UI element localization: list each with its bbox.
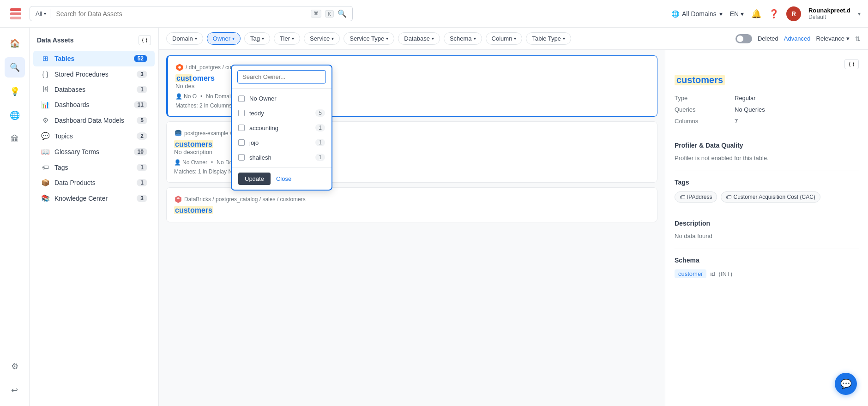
search-bar[interactable]: All ▾ ⌘ K 🔍	[30, 6, 353, 21]
sidebar-item-tables[interactable]: ⊞ Tables 52	[33, 51, 155, 66]
result-card-3[interactable]: DataBricks / postgres_catalog / sales / …	[166, 187, 657, 222]
owner-checkbox-shailesh[interactable]	[238, 154, 245, 161]
sidebar-icon-settings[interactable]: ⚙	[5, 356, 25, 376]
relevance-btn[interactable]: Relevance ▾	[816, 35, 850, 42]
owner-checkbox-no-owner[interactable]	[238, 96, 245, 102]
filter-bar: Domain ▾ Owner ▾ Tag ▾ Tier ▾ Service ▾ …	[159, 28, 868, 50]
deleted-toggle[interactable]	[735, 34, 752, 43]
owner-item-teddy[interactable]: teddy 5	[232, 106, 332, 120]
filter-right: Deleted Advanced Relevance ▾ ⇅	[735, 34, 861, 43]
topics-icon: 💬	[41, 132, 50, 140]
postgres-icon	[174, 129, 182, 137]
sidebar-item-data-products[interactable]: 📦 Data Products 1	[33, 175, 155, 191]
filter-tag-btn[interactable]: Tag ▾	[244, 32, 270, 45]
sidebar-toggle-btn[interactable]: ⟨ ⟩	[139, 35, 151, 45]
main-layout: 🏠 🔍 💡 🌐 🏛 ⚙ ↩ Data Assets ⟨ ⟩ ⊞ Tables 5…	[0, 28, 868, 406]
sort-icon[interactable]: ⇅	[855, 35, 861, 42]
column-chevron-icon: ▾	[514, 36, 516, 41]
panel-details-section: Type Regular Queries No Queries Columns …	[675, 95, 859, 125]
sidebar-item-topics[interactable]: 💬 Topics 2	[33, 128, 155, 144]
panel-queries-row: Queries No Queries	[675, 106, 859, 113]
panel-description-section: Description No data found	[675, 220, 859, 239]
nav-sidebar: Data Assets ⟨ ⟩ ⊞ Tables 52 { } Stored P…	[30, 28, 159, 406]
filter-database-btn[interactable]: Database ▾	[398, 32, 440, 45]
filter-service-type-btn[interactable]: Service Type ▾	[344, 32, 394, 45]
panel-divider-1	[675, 134, 859, 134]
owner-checkbox-jojo[interactable]	[238, 139, 245, 146]
sidebar-item-databases[interactable]: 🗄 Databases 1	[33, 82, 155, 97]
avatar[interactable]: R	[786, 6, 801, 21]
panel-columns-row: Columns 7	[675, 118, 859, 125]
panel-divider-2	[675, 171, 859, 171]
sidebar-icon-home[interactable]: 🏠	[5, 33, 25, 54]
schema-row: customer id (INT)	[675, 269, 859, 278]
sidebar-icon-explore[interactable]: 🔍	[5, 57, 25, 78]
table-type-chevron-icon: ▾	[563, 36, 565, 41]
filter-owner-btn[interactable]: Owner ▾	[207, 32, 241, 45]
owner-update-btn[interactable]: Update	[238, 173, 271, 185]
filter-table-type-btn[interactable]: Table Type ▾	[526, 32, 571, 45]
dashboard-data-models-icon: ⚙	[41, 116, 50, 125]
owner-item-accounting[interactable]: accounting 1	[232, 120, 332, 135]
domain-selector[interactable]: 🌐 All Domains ▾	[671, 10, 723, 18]
help-icon[interactable]: ❓	[769, 9, 779, 19]
svg-rect-2	[10, 17, 21, 19]
sidebar-item-glossary-terms[interactable]: 📖 Glossary Terms 10	[33, 144, 155, 160]
owner-dropdown: No Owner teddy 5 accounting	[231, 65, 332, 191]
sidebar-icon-insights[interactable]: 💡	[5, 81, 25, 102]
panel-divider-4	[675, 249, 859, 249]
database-chevron-icon: ▾	[432, 36, 434, 41]
sidebar-icon-logout[interactable]: ↩	[5, 380, 25, 400]
filter-column-btn[interactable]: Column ▾	[486, 32, 523, 45]
panel-schema-section: Schema customer id (INT)	[675, 257, 859, 278]
sidebar-icon-lineage[interactable]: 🏛	[5, 129, 25, 149]
tier-chevron-icon: ▾	[292, 36, 294, 41]
dashboards-icon: 📊	[41, 101, 50, 109]
sidebar-item-tags[interactable]: 🏷 Tags 1	[33, 160, 155, 175]
tag-chevron-icon: ▾	[262, 36, 264, 41]
search-kbd2: K	[325, 10, 334, 18]
chat-fab[interactable]: 💬	[835, 373, 857, 395]
glossary-icon: 📖	[41, 148, 50, 156]
tags-icon: 🏷	[41, 163, 50, 171]
user-chevron-icon[interactable]: ▾	[858, 11, 861, 17]
tag-icon-1: 🏷	[680, 194, 685, 200]
tag-chip-ipaddress[interactable]: 🏷 IPAddress	[675, 191, 717, 203]
search-input[interactable]	[56, 10, 307, 18]
top-nav: All ▾ ⌘ K 🔍 🌐 All Domains ▾ EN ▾ 🔔 ❓ R R…	[0, 0, 868, 28]
filter-tier-btn[interactable]: Tier ▾	[274, 32, 300, 45]
card3-breadcrumb: DataBricks / postgres_catalog / sales / …	[174, 195, 650, 203]
sidebar-item-dashboard-data-models[interactable]: ⚙ Dashboard Data Models 5	[33, 113, 155, 128]
svg-point-7	[175, 134, 181, 137]
owner-actions: Update Close	[232, 167, 332, 190]
filter-service-btn[interactable]: Service ▾	[304, 32, 340, 45]
owner-close-btn[interactable]: Close	[276, 175, 291, 182]
advanced-btn[interactable]: Advanced	[784, 35, 811, 42]
user-info: Rounakpreet.d Default	[808, 7, 850, 20]
logo[interactable]	[7, 6, 24, 22]
schema-chevron-icon: ▾	[474, 36, 476, 41]
search-icon[interactable]: 🔍	[338, 9, 347, 18]
tags-row: 🏷 IPAddress 🏷 Customer Acquisition Cost …	[675, 191, 859, 203]
stored-procedures-icon: { }	[41, 70, 50, 78]
owner-search-input[interactable]	[237, 70, 326, 84]
owner-item-jojo[interactable]: jojo 1	[232, 135, 332, 150]
owner-item-no-owner[interactable]: No Owner	[232, 91, 332, 106]
search-filter-btn[interactable]: All ▾	[36, 9, 50, 18]
domain-chevron-icon: ▾	[195, 36, 197, 41]
notifications-icon[interactable]: 🔔	[751, 9, 761, 19]
owner-item-shailesh[interactable]: shailesh 1	[232, 150, 332, 165]
owner-checkbox-accounting[interactable]	[238, 125, 245, 131]
owner-checkbox-teddy[interactable]	[238, 110, 245, 116]
panel-toggle-btn[interactable]: ⟨ ⟩	[844, 59, 859, 69]
sidebar-item-stored-procedures[interactable]: { } Stored Procedures 3	[33, 66, 155, 82]
sidebar-item-knowledge-center[interactable]: 📚 Knowledge Center 3	[33, 191, 155, 206]
filter-schema-btn[interactable]: Schema ▾	[444, 32, 482, 45]
tag-chip-cac[interactable]: 🏷 Customer Acquisition Cost (CAC)	[721, 191, 820, 203]
right-panel: ⟨ ⟩ customers Type Regular Queries No Qu…	[665, 50, 868, 406]
language-selector[interactable]: EN ▾	[730, 10, 744, 18]
sidebar-item-dashboards[interactable]: 📊 Dashboards 11	[33, 97, 155, 113]
sidebar-icon-globe[interactable]: 🌐	[5, 105, 25, 125]
owner-search-container	[232, 66, 332, 89]
filter-domain-btn[interactable]: Domain ▾	[166, 32, 203, 45]
